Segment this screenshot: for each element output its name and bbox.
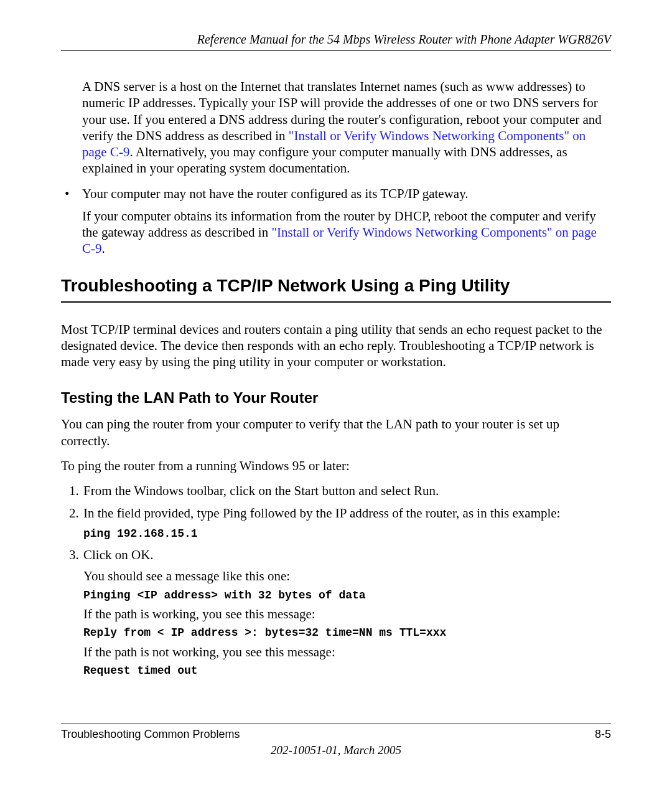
text: . xyxy=(102,241,105,256)
text: . Alternatively, you may configure your … xyxy=(82,144,567,176)
code-pinging-output: Pinging <IP address> with 32 bytes of da… xyxy=(83,588,611,603)
step-result-intro: You should see a message like this one: xyxy=(83,568,611,584)
code-ping-command: ping 192.168.15.1 xyxy=(83,527,611,541)
bullet-item-gateway: Your computer may not have the router co… xyxy=(61,186,611,257)
body: A DNS server is a host on the Internet t… xyxy=(61,51,611,678)
lan-paragraph-2: To ping the router from a running Window… xyxy=(61,458,611,474)
footer-page-number: 8-5 xyxy=(595,728,611,741)
bullet-paragraph: If your computer obtains its information… xyxy=(82,208,611,257)
footer-rule xyxy=(61,724,611,724)
step-text: From the Windows toolbar, click on the S… xyxy=(83,483,439,498)
footer-document-id: 202-10051-01, March 2005 xyxy=(61,743,611,757)
section-heading-ping: Troubleshooting a TCP/IP Network Using a… xyxy=(61,275,611,303)
dns-paragraph: A DNS server is a host on the Internet t… xyxy=(82,78,611,177)
section-intro-paragraph: Most TCP/IP terminal devices and routers… xyxy=(61,321,611,370)
step-result-working: If the path is working, you see this mes… xyxy=(83,606,611,622)
code-reply-output: Reply from < IP address >: bytes=32 time… xyxy=(83,626,611,640)
lan-paragraph-1: You can ping the router from your comput… xyxy=(61,416,611,449)
code-timeout-output: Request timed out xyxy=(83,664,611,678)
step-3: Click on OK. You should see a message li… xyxy=(82,547,611,678)
step-text: Click on OK. xyxy=(83,547,154,562)
subsection-heading-lan-path: Testing the LAN Path to Your Router xyxy=(61,389,611,407)
step-result-notworking: If the path is not working, you see this… xyxy=(83,644,611,660)
step-text: In the field provided, type Ping followe… xyxy=(83,506,560,521)
page-footer: Troubleshooting Common Problems 8-5 202-… xyxy=(61,719,611,757)
bullet-heading: Your computer may not have the router co… xyxy=(82,186,611,202)
step-1: From the Windows toolbar, click on the S… xyxy=(82,483,611,499)
footer-chapter: Troubleshooting Common Problems xyxy=(61,728,240,741)
page: Reference Manual for the 54 Mbps Wireles… xyxy=(0,0,672,807)
steps-list: From the Windows toolbar, click on the S… xyxy=(61,483,611,678)
running-header: Reference Manual for the 54 Mbps Wireles… xyxy=(61,32,611,47)
bullet-list: Your computer may not have the router co… xyxy=(61,186,611,257)
step-2: In the field provided, type Ping followe… xyxy=(82,505,611,540)
